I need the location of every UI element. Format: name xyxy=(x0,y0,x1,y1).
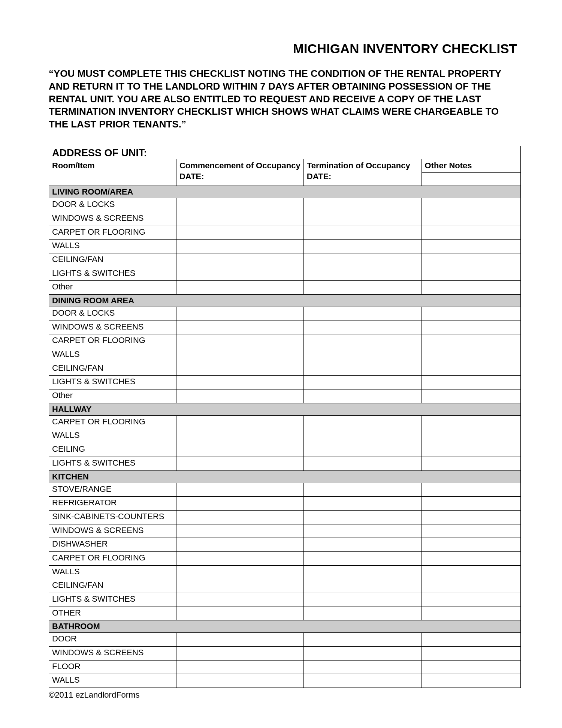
commencement-cell[interactable] xyxy=(176,429,303,443)
notes-cell[interactable] xyxy=(422,457,520,470)
termination-cell[interactable] xyxy=(303,647,422,661)
notes-cell[interactable] xyxy=(422,376,520,389)
notes-cell[interactable] xyxy=(422,565,520,579)
notes-cell[interactable] xyxy=(422,607,520,620)
termination-cell[interactable] xyxy=(303,483,422,497)
commencement-cell[interactable] xyxy=(176,253,303,267)
termination-cell[interactable] xyxy=(303,443,422,457)
termination-cell[interactable] xyxy=(303,660,422,674)
notes-cell[interactable] xyxy=(422,240,520,253)
notes-cell[interactable] xyxy=(422,226,520,240)
notes-cell[interactable] xyxy=(422,674,520,688)
notes-cell[interactable] xyxy=(422,281,520,295)
notes-cell[interactable] xyxy=(422,633,520,647)
termination-cell[interactable] xyxy=(303,565,422,579)
commencement-cell[interactable] xyxy=(176,443,303,457)
termination-cell[interactable] xyxy=(303,307,422,321)
commencement-cell[interactable] xyxy=(176,415,303,429)
commencement-cell[interactable] xyxy=(176,389,303,403)
termination-cell[interactable] xyxy=(303,281,422,295)
termination-cell[interactable] xyxy=(303,579,422,593)
termination-cell[interactable] xyxy=(303,633,422,647)
termination-cell[interactable] xyxy=(303,497,422,511)
item-label: CEILING/FAN xyxy=(49,579,176,593)
commencement-cell[interactable] xyxy=(176,281,303,295)
termination-cell[interactable] xyxy=(303,212,422,226)
commencement-cell[interactable] xyxy=(176,334,303,348)
notes-cell[interactable] xyxy=(422,212,520,226)
termination-cell[interactable] xyxy=(303,674,422,688)
notes-cell[interactable] xyxy=(422,334,520,348)
commencement-cell[interactable] xyxy=(176,198,303,212)
termination-cell[interactable] xyxy=(303,457,422,470)
commencement-cell[interactable] xyxy=(176,483,303,497)
notes-cell[interactable] xyxy=(422,429,520,443)
notes-cell[interactable] xyxy=(422,524,520,538)
commencement-cell[interactable] xyxy=(176,565,303,579)
section-heading: KITCHEN xyxy=(49,470,521,483)
notes-cell[interactable] xyxy=(422,538,520,552)
termination-cell[interactable] xyxy=(303,429,422,443)
commencement-cell[interactable] xyxy=(176,240,303,253)
notes-cell[interactable] xyxy=(422,321,520,334)
commencement-cell[interactable] xyxy=(176,362,303,376)
termination-cell[interactable] xyxy=(303,551,422,565)
termination-cell[interactable] xyxy=(303,240,422,253)
commencement-cell[interactable] xyxy=(176,376,303,389)
commencement-cell[interactable] xyxy=(176,593,303,607)
commencement-cell[interactable] xyxy=(176,647,303,661)
commencement-cell[interactable] xyxy=(176,497,303,511)
notes-cell[interactable] xyxy=(422,348,520,362)
termination-cell[interactable] xyxy=(303,524,422,538)
notes-cell[interactable] xyxy=(422,483,520,497)
termination-cell[interactable] xyxy=(303,267,422,281)
item-label: WALLS xyxy=(49,565,176,579)
termination-cell[interactable] xyxy=(303,348,422,362)
notes-cell[interactable] xyxy=(422,660,520,674)
termination-cell[interactable] xyxy=(303,198,422,212)
commencement-cell[interactable] xyxy=(176,524,303,538)
notes-cell[interactable] xyxy=(422,551,520,565)
commencement-cell[interactable] xyxy=(176,510,303,524)
commencement-cell[interactable] xyxy=(176,538,303,552)
termination-cell[interactable] xyxy=(303,593,422,607)
termination-cell[interactable] xyxy=(303,321,422,334)
commencement-cell[interactable] xyxy=(176,633,303,647)
termination-cell[interactable] xyxy=(303,538,422,552)
termination-cell[interactable] xyxy=(303,607,422,620)
item-row: WINDOWS & SCREENS xyxy=(49,524,521,538)
termination-cell[interactable] xyxy=(303,226,422,240)
termination-cell[interactable] xyxy=(303,362,422,376)
termination-cell[interactable] xyxy=(303,415,422,429)
commencement-cell[interactable] xyxy=(176,551,303,565)
commencement-cell[interactable] xyxy=(176,457,303,470)
notes-cell[interactable] xyxy=(422,307,520,321)
commencement-cell[interactable] xyxy=(176,660,303,674)
termination-cell[interactable] xyxy=(303,334,422,348)
commencement-cell[interactable] xyxy=(176,674,303,688)
notes-cell[interactable] xyxy=(422,198,520,212)
commencement-cell[interactable] xyxy=(176,212,303,226)
termination-cell[interactable] xyxy=(303,389,422,403)
commencement-cell[interactable] xyxy=(176,226,303,240)
commencement-cell[interactable] xyxy=(176,579,303,593)
notes-cell[interactable] xyxy=(422,267,520,281)
notes-cell[interactable] xyxy=(422,510,520,524)
termination-cell[interactable] xyxy=(303,376,422,389)
notes-cell[interactable] xyxy=(422,253,520,267)
notes-cell[interactable] xyxy=(422,362,520,376)
notes-cell[interactable] xyxy=(422,579,520,593)
commencement-cell[interactable] xyxy=(176,607,303,620)
termination-cell[interactable] xyxy=(303,510,422,524)
notes-cell[interactable] xyxy=(422,593,520,607)
commencement-cell[interactable] xyxy=(176,321,303,334)
commencement-cell[interactable] xyxy=(176,348,303,362)
commencement-cell[interactable] xyxy=(176,267,303,281)
commencement-cell[interactable] xyxy=(176,307,303,321)
notes-cell[interactable] xyxy=(422,647,520,661)
notes-cell[interactable] xyxy=(422,415,520,429)
termination-cell[interactable] xyxy=(303,253,422,267)
notes-cell[interactable] xyxy=(422,497,520,511)
notes-cell[interactable] xyxy=(422,389,520,403)
notes-cell[interactable] xyxy=(422,443,520,457)
